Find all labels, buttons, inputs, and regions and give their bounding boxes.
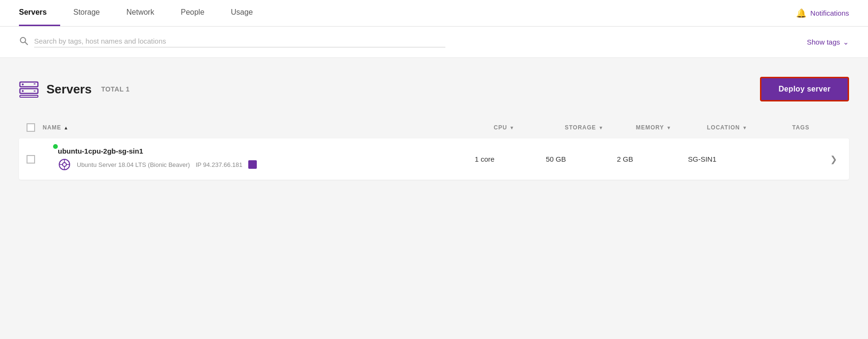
location-value: SG-SIN1 [688, 155, 716, 163]
cpu-value: 1 core [475, 155, 495, 163]
table-header-row: NAME ▲ CPU ▼ STORAGE ▼ MEMORY ▼ LOCATION… [19, 119, 849, 137]
servers-title-group: Servers TOTAL 1 [19, 79, 130, 99]
status-dot [53, 144, 58, 149]
sort-icon-storage: ▼ [598, 125, 604, 130]
table-row[interactable]: ubuntu-1cpu-2gb-sg-sin1 Ubuntu Server 18… [19, 138, 849, 180]
show-tags-label: Show tags [807, 38, 840, 46]
cpu-cell: 1 core [475, 155, 546, 163]
search-icon [19, 36, 28, 48]
nav-tabs: Servers Storage Network People Usage [19, 0, 266, 26]
notifications-label: Notifications [810, 9, 849, 17]
servers-title: Servers [46, 82, 91, 97]
location-cell: SG-SIN1 [688, 155, 773, 163]
os-icon [58, 158, 71, 171]
sort-icon-location: ▼ [742, 125, 748, 130]
svg-line-1 [25, 42, 27, 45]
sort-asc-icon: ▲ [63, 125, 69, 130]
bell-icon: 🔔 [796, 8, 806, 18]
server-name: ubuntu-1cpu-2gb-sg-sin1 [58, 147, 475, 155]
deploy-server-button[interactable]: Deploy server [760, 77, 849, 101]
search-section: Show tags ⌄ [0, 27, 868, 58]
ip-address: IP 94.237.66.181 [196, 161, 243, 168]
servers-header: Servers TOTAL 1 Deploy server [19, 77, 849, 101]
storage-value-bold: 50 [546, 155, 554, 163]
row-checkbox-cell [19, 155, 43, 164]
os-name: Ubuntu Server 18.04 LTS (Bionic Beaver) [77, 161, 190, 168]
server-icon [19, 79, 39, 99]
storage-cell: 50 GB [546, 155, 617, 163]
chevron-down-icon: ⌄ [843, 38, 849, 46]
sort-icon-cpu: ▼ [509, 125, 515, 130]
select-all-checkbox[interactable] [27, 123, 35, 132]
col-header-storage: STORAGE ▼ [565, 124, 636, 131]
row-checkbox[interactable] [27, 155, 35, 164]
show-tags-button[interactable]: Show tags ⌄ [807, 38, 849, 46]
col-header-name: NAME ▲ [43, 124, 494, 131]
storage-unit: GB [554, 155, 566, 163]
search-bar [19, 36, 445, 48]
col-header-memory: MEMORY ▼ [636, 124, 707, 131]
header: Servers Storage Network People Usage 🔔 N… [0, 0, 868, 27]
col-header-location: LOCATION ▼ [707, 124, 792, 131]
memory-cell: 2 GB [617, 155, 688, 163]
name-cell: ubuntu-1cpu-2gb-sg-sin1 Ubuntu Server 18… [43, 147, 475, 171]
svg-point-7 [22, 83, 24, 85]
server-meta: Ubuntu Server 18.04 LTS (Bionic Beaver) … [58, 158, 475, 171]
tab-usage[interactable]: Usage [217, 0, 266, 26]
svg-point-10 [63, 163, 66, 166]
sort-icon-memory: ▼ [667, 125, 672, 130]
main-content: Servers TOTAL 1 Deploy server NAME ▲ CPU… [0, 58, 868, 333]
tab-network[interactable]: Network [113, 0, 168, 26]
status-square-icon [248, 160, 257, 169]
svg-point-8 [22, 90, 24, 92]
col-header-tags: TAGS [792, 124, 849, 131]
tab-servers[interactable]: Servers [19, 0, 60, 26]
row-detail-chevron[interactable]: ❯ [830, 154, 849, 165]
select-all-checkbox-cell [19, 123, 43, 132]
tab-storage[interactable]: Storage [60, 0, 113, 26]
notifications-button[interactable]: 🔔 Notifications [796, 0, 849, 26]
server-row-inner: ubuntu-1cpu-2gb-sg-sin1 Ubuntu Server 18… [19, 138, 849, 180]
servers-total: TOTAL 1 [101, 85, 129, 93]
search-input[interactable] [34, 37, 445, 47]
servers-table: NAME ▲ CPU ▼ STORAGE ▼ MEMORY ▼ LOCATION… [19, 119, 849, 180]
tab-people[interactable]: People [167, 0, 217, 26]
col-header-cpu: CPU ▼ [494, 124, 565, 131]
memory-unit: GB [621, 155, 633, 163]
svg-rect-4 [20, 95, 38, 97]
